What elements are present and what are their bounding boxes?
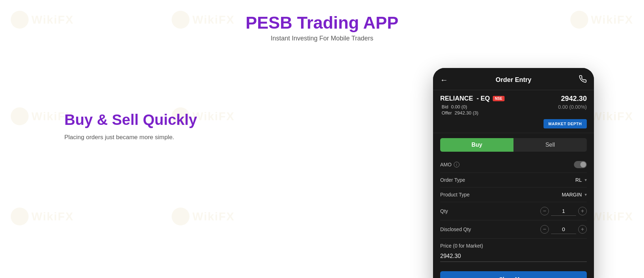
qty-input[interactable] (551, 206, 576, 216)
price-input[interactable] (440, 251, 587, 262)
qty-decrement-button[interactable]: − (540, 207, 549, 215)
qty-label: Qty (440, 208, 448, 214)
stock-price: 2942.30 (561, 94, 587, 103)
bid-label: Bid (442, 104, 448, 109)
product-chevron-icon: ▾ (585, 192, 587, 197)
nse-badge: NSE (493, 96, 505, 101)
phone-call-icon[interactable] (579, 75, 587, 85)
disclosed-qty-row: Disclosed Qty − + (440, 220, 587, 239)
price-change: 0.00 (0.00%) (558, 104, 587, 116)
order-type-select[interactable]: RL ▾ (575, 177, 587, 183)
offer-label: Offer (442, 110, 452, 116)
qty-increment-button[interactable]: + (578, 207, 587, 215)
amo-label: AMO i (440, 162, 459, 167)
buy-sell-tabs: Buy Sell (440, 138, 587, 152)
page-title: PESB Trading APP (246, 13, 399, 33)
disclosed-increment-button[interactable]: + (578, 225, 587, 234)
price-row: Price (0 for Market) (440, 239, 587, 266)
bid-offer-block: Bid 0.00 (0) Offer 2942.30 (3) (440, 104, 478, 116)
buy-tab[interactable]: Buy (440, 138, 513, 152)
left-description: Placing orders just became more simple. (64, 134, 433, 141)
sell-tab[interactable]: Sell (513, 138, 587, 152)
disclosed-decrement-button[interactable]: − (540, 225, 549, 234)
order-type-row: Order Type RL ▾ (440, 173, 587, 187)
stock-name: RELIANCE - EQ (440, 95, 490, 102)
bid-row: Bid 0.00 (0) (440, 104, 478, 109)
product-type-value: MARGIN (562, 192, 582, 197)
stock-name-row: RELIANCE - EQ NSE (440, 95, 505, 102)
stock-top-row: RELIANCE - EQ NSE 2942.30 (440, 94, 587, 103)
order-entry-title: Order Entry (496, 76, 531, 84)
left-section: Buy & Sell Quickly Placing orders just b… (29, 68, 433, 141)
show-more-button[interactable]: Show More (440, 271, 587, 278)
disclosed-qty-input[interactable] (551, 225, 576, 234)
price-label: Price (0 for Market) (440, 243, 587, 249)
chevron-down-icon: ▾ (585, 177, 587, 182)
stock-details-row: Bid 0.00 (0) Offer 2942.30 (3) 0.00 (0.0… (440, 104, 587, 116)
left-title: Buy & Sell Quickly (64, 111, 433, 129)
market-depth-button[interactable]: MARKET DEPTH (544, 119, 587, 128)
order-type-value: RL (575, 177, 582, 183)
offer-value: 2942.30 (3) (454, 110, 478, 116)
offer-row: Offer 2942.30 (3) (440, 110, 478, 116)
order-entry-header: ← Order Entry (433, 68, 594, 90)
product-type-select[interactable]: MARGIN ▾ (562, 192, 587, 197)
disclosed-qty-control: − + (540, 225, 587, 234)
qty-row: Qty − + (440, 202, 587, 220)
order-form: AMO i Order Type RL ▾ Product Type (433, 157, 594, 266)
page-subtitle: Instant Investing For Mobile Traders (246, 35, 399, 42)
amo-row: AMO i (440, 157, 587, 173)
qty-control: − + (540, 206, 587, 216)
product-type-row: Product Type MARGIN ▾ (440, 187, 587, 202)
header: PESB Trading APP Instant Investing For M… (246, 0, 399, 47)
amo-toggle[interactable] (574, 161, 587, 168)
order-type-label: Order Type (440, 177, 465, 183)
back-arrow-icon[interactable]: ← (440, 75, 448, 85)
phone-mockup: ← Order Entry RELIANCE - EQ NSE 2942.30 (433, 68, 594, 278)
disclosed-qty-label: Disclosed Qty (440, 226, 471, 232)
product-type-label: Product Type (440, 192, 470, 197)
stock-info-bar: RELIANCE - EQ NSE 2942.30 Bid 0.00 (0) O… (433, 90, 594, 133)
page: PESB Trading APP Instant Investing For M… (0, 0, 644, 278)
bid-value: 0.00 (0) (451, 104, 467, 109)
amo-info-icon[interactable]: i (454, 162, 459, 167)
main-content: Buy & Sell Quickly Placing orders just b… (0, 68, 644, 278)
